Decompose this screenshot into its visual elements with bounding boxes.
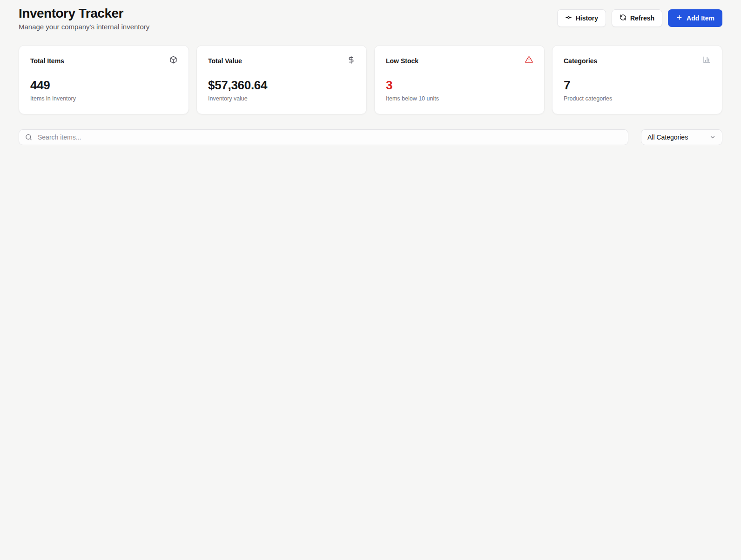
search-input[interactable]: [19, 129, 628, 145]
category-filter-value: All Categories: [647, 133, 688, 141]
history-button[interactable]: History: [557, 9, 606, 27]
stat-sublabel: Items in inventory: [30, 95, 177, 102]
stat-card-header: Low Stock: [386, 56, 533, 66]
stat-card: Total Value$57,360.64Inventory value: [196, 45, 367, 114]
dollar-icon: [347, 56, 355, 66]
stat-label: Low Stock: [386, 57, 418, 65]
stat-sublabel: Items below 10 units: [386, 95, 533, 102]
history-button-label: History: [576, 14, 598, 22]
add-item-button[interactable]: Add Item: [668, 9, 722, 27]
stat-label: Total Value: [208, 57, 242, 65]
bar-chart-icon: [703, 56, 711, 66]
page-subtitle: Manage your company's internal inventory: [19, 23, 149, 31]
refresh-button-label: Refresh: [630, 14, 654, 22]
refresh-button[interactable]: Refresh: [612, 9, 662, 27]
category-filter-select[interactable]: All Categories: [641, 129, 722, 145]
stat-card-header: Total Value: [208, 56, 355, 66]
stat-value: 7: [564, 78, 711, 93]
search-row: All Categories: [19, 129, 722, 145]
stat-card: Categories7Product categories: [552, 45, 722, 114]
stats-grid: Total Items449Items in inventoryTotal Va…: [19, 45, 722, 114]
search-icon: [25, 134, 32, 141]
stat-sublabel: Product categories: [564, 95, 711, 102]
stat-card-header: Total Items: [30, 56, 177, 66]
stat-card-header: Categories: [564, 56, 711, 66]
git-commit-icon: [565, 14, 572, 22]
stat-value: 3: [386, 78, 533, 93]
page-header: Inventory Tracker Manage your company's …: [19, 6, 722, 31]
refresh-icon: [620, 14, 626, 22]
plus-icon: [676, 14, 683, 22]
stat-label: Categories: [564, 57, 597, 65]
stat-sublabel: Inventory value: [208, 95, 355, 102]
alert-triangle-icon: [525, 56, 533, 66]
search-box: [19, 129, 628, 145]
package-icon: [169, 56, 177, 66]
add-item-button-label: Add Item: [687, 14, 714, 22]
page-container: Inventory Tracker Manage your company's …: [19, 0, 722, 161]
stat-value: $57,360.64: [208, 78, 355, 93]
stat-card: Low Stock3Items below 10 units: [374, 45, 545, 114]
title-block: Inventory Tracker Manage your company's …: [19, 6, 149, 31]
stat-card: Total Items449Items in inventory: [19, 45, 189, 114]
chevron-down-icon: [709, 134, 716, 140]
page-title: Inventory Tracker: [19, 6, 149, 21]
stat-value: 449: [30, 78, 177, 93]
stat-label: Total Items: [30, 57, 64, 65]
header-actions: History Refresh Add Item: [557, 9, 722, 27]
